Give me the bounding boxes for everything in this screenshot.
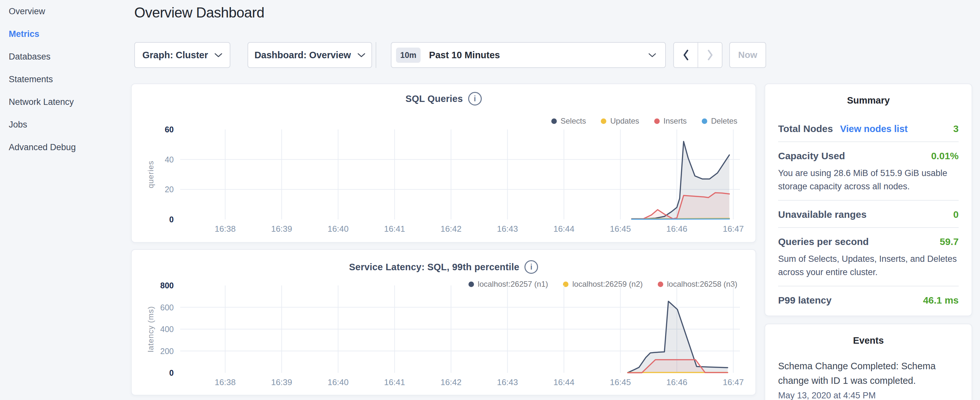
x-axis-tick: 16:39 xyxy=(259,377,304,387)
now-button[interactable]: Now xyxy=(729,42,766,68)
summary-row-value: 0.01% xyxy=(931,150,959,161)
x-axis-tick: 16:42 xyxy=(428,224,474,234)
summary-row-value: 3 xyxy=(953,123,959,134)
legend-item: Inserts xyxy=(654,116,687,126)
legend-label: Updates xyxy=(610,116,639,126)
sidebar-item-databases[interactable]: Databases xyxy=(9,53,129,61)
x-axis-tick: 16:44 xyxy=(541,377,587,387)
legend-label: Deletes xyxy=(711,116,737,126)
summary-title: Summary xyxy=(778,95,959,106)
x-axis-tick: 16:43 xyxy=(485,224,530,234)
x-axis-tick: 16:45 xyxy=(598,224,643,234)
x-axis-tick: 16:43 xyxy=(485,377,530,387)
chevron-right-icon xyxy=(707,49,713,61)
header-divider xyxy=(375,42,376,68)
legend-item: Deletes xyxy=(702,116,737,126)
sidebar: OverviewMetricsDatabasesStatementsNetwor… xyxy=(0,0,129,166)
previous-time-button[interactable] xyxy=(674,43,698,67)
summary-row-unavailable-ranges: Unavailable ranges 0 xyxy=(778,200,959,227)
legend-dot-icon xyxy=(702,118,707,124)
event-item-text[interactable]: Schema Change Completed: Schema change w… xyxy=(778,359,959,388)
view-nodes-list-link[interactable]: View nodes list xyxy=(840,124,908,134)
summary-rows: Total Nodes View nodes list 3 Capacity U… xyxy=(778,115,959,313)
time-range-label: Past 10 Minutes xyxy=(429,50,500,61)
chart-legend: SelectsUpdatesInsertsDeletes xyxy=(551,116,738,126)
sql-queries-chart-card: SQL Queries i SelectsUpdatesInsertsDelet… xyxy=(131,83,756,243)
summary-row-label: P99 latency xyxy=(778,295,832,306)
summary-row-label: Queries per second xyxy=(778,236,869,247)
events-panel: Events Schema Change Completed: Schema c… xyxy=(765,324,972,400)
x-axis-tick: 16:46 xyxy=(654,377,700,387)
summary-row-value: 0 xyxy=(953,209,959,220)
x-axis-tick: 16:40 xyxy=(315,377,361,387)
x-axis-tick: 16:42 xyxy=(428,377,474,387)
x-axis-tick: 16:47 xyxy=(711,377,756,387)
legend-label: Inserts xyxy=(663,116,687,126)
summary-row-description: Sum of Selects, Updates, Inserts, and De… xyxy=(778,252,959,279)
legend-dot-icon xyxy=(654,118,660,124)
chevron-down-icon xyxy=(358,53,365,57)
chart-title: SQL Queries xyxy=(406,94,463,104)
chevron-left-icon xyxy=(682,49,689,61)
db-console-page: OverviewMetricsDatabasesStatementsNetwor… xyxy=(0,0,980,400)
sidebar-item-statements[interactable]: Statements xyxy=(9,75,129,84)
info-icon[interactable]: i xyxy=(525,260,538,274)
y-axis-label: latency (ms) xyxy=(146,280,156,378)
x-axis-tick: 16:47 xyxy=(711,224,756,234)
summary-row-value: 59.7 xyxy=(940,236,959,247)
sidebar-item-jobs[interactable]: Jobs xyxy=(9,120,129,129)
summary-row-label: Total Nodes xyxy=(778,123,833,134)
service-latency-chart-card: Service Latency: SQL, 99th percentile i … xyxy=(131,249,756,395)
x-axis-tick: 16:45 xyxy=(598,377,643,387)
legend-item: Selects xyxy=(551,116,586,126)
dashboard-dropdown[interactable]: Dashboard: Overview xyxy=(248,42,372,68)
sidebar-item-network-latency[interactable]: Network Latency xyxy=(9,98,129,107)
summary-row-label: Unavailable ranges xyxy=(778,209,866,220)
summary-row-description: You are using 28.6 MiB of 515.9 GiB usab… xyxy=(778,167,959,193)
chart-title-row: Service Latency: SQL, 99th percentile i xyxy=(132,260,756,274)
y-axis-label: queries xyxy=(146,126,156,223)
series-line-deletes xyxy=(632,219,729,220)
time-range-badge: 10m xyxy=(396,48,421,63)
sidebar-item-overview[interactable]: Overview xyxy=(9,7,129,16)
time-range-selector[interactable]: 10m Past 10 Minutes xyxy=(391,42,666,68)
chevron-down-icon xyxy=(648,53,656,57)
x-axis-tick: 16:41 xyxy=(372,224,417,234)
event-item-time: May 13, 2020 at 4:45 PM xyxy=(778,390,959,400)
legend-dot-icon xyxy=(601,118,606,124)
graph-dropdown[interactable]: Graph: Cluster xyxy=(134,42,231,68)
x-axis-tick: 16:46 xyxy=(654,224,700,234)
summary-row-queries-per-second: Queries per second 59.7 Sum of Selects, … xyxy=(778,227,959,286)
summary-row-capacity-used: Capacity Used 0.01% You are using 28.6 M… xyxy=(778,142,959,200)
chart-title: Service Latency: SQL, 99th percentile xyxy=(349,262,519,273)
x-axis-tick: 16:40 xyxy=(315,224,361,234)
chart-plot-area[interactable] xyxy=(180,285,740,373)
sidebar-item-metrics[interactable]: Metrics xyxy=(9,30,129,38)
summary-row-p99-latency: P99 latency 46.1 ms xyxy=(778,286,959,313)
summary-row-total-nodes: Total Nodes View nodes list 3 xyxy=(778,115,959,142)
dashboard-dropdown-label: Dashboard: Overview xyxy=(254,50,351,61)
x-axis-tick: 16:38 xyxy=(202,224,248,234)
legend-label: Selects xyxy=(561,116,586,126)
chart-title-row: SQL Queries i xyxy=(132,92,756,105)
sidebar-item-advanced-debug[interactable]: Advanced Debug xyxy=(9,143,129,152)
legend-item: Updates xyxy=(601,116,639,126)
legend-dot-icon xyxy=(551,118,557,124)
time-step-buttons xyxy=(673,42,722,68)
chart-plot-area[interactable] xyxy=(180,129,740,220)
summary-row-value: 46.1 ms xyxy=(923,295,959,306)
summary-row-label: Capacity Used xyxy=(778,150,845,161)
x-axis-tick: 16:41 xyxy=(372,377,417,387)
page-title: Overview Dashboard xyxy=(134,5,264,21)
x-axis-tick: 16:39 xyxy=(259,224,304,234)
events-title: Events xyxy=(778,335,959,346)
summary-panel: Summary Total Nodes View nodes list 3 Ca… xyxy=(765,83,972,316)
x-axis-tick: 16:38 xyxy=(202,377,248,387)
next-time-button[interactable] xyxy=(698,43,722,67)
chevron-down-icon xyxy=(215,53,222,57)
graph-dropdown-label: Graph: Cluster xyxy=(142,50,208,61)
info-icon[interactable]: i xyxy=(468,92,482,105)
x-axis-tick: 16:44 xyxy=(541,224,587,234)
